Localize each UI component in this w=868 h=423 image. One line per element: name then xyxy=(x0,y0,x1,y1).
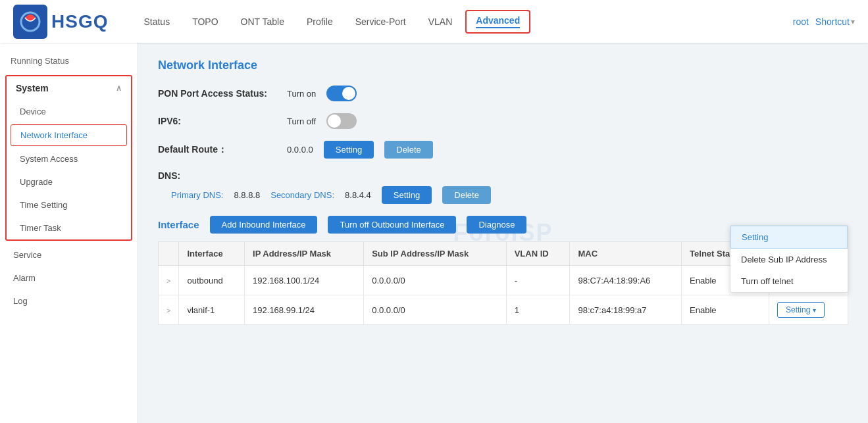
sidebar-item-alarm[interactable]: Alarm xyxy=(0,266,138,289)
chevron-down-icon: ▾ xyxy=(851,17,855,26)
header-shortcut[interactable]: Shortcut ▾ xyxy=(815,16,855,27)
row1-vlan-id: - xyxy=(506,266,570,295)
svg-rect-0 xyxy=(13,5,47,39)
sidebar-item-upgrade[interactable]: Upgrade xyxy=(7,170,131,193)
sidebar-item-network-interface[interactable]: Network Interface xyxy=(11,124,127,146)
row2-telnet: Enable xyxy=(682,295,769,325)
sidebar-running-status[interactable]: Running Status xyxy=(0,49,138,72)
dns-row: Primary DNS: 8.8.8.8 Secondary DNS: 8.8.… xyxy=(158,186,848,204)
nav-vlan[interactable]: VLAN xyxy=(419,12,462,31)
default-route-row: Default Route： 0.0.0.0 Setting Delete xyxy=(158,141,848,159)
row2-sub-ip-mask: 0.0.0.0/0 xyxy=(364,295,507,325)
row2-action: Setting ▾ xyxy=(769,295,848,325)
row2-setting-button[interactable]: Setting ▾ xyxy=(777,302,825,318)
chevron-up-icon: ∧ xyxy=(116,84,122,93)
expand-icon[interactable]: > xyxy=(166,277,170,285)
col-mac: MAC xyxy=(570,242,682,266)
row2-expand[interactable]: > xyxy=(159,295,179,325)
row1-sub-ip-mask: 0.0.0.0/0 xyxy=(364,266,507,295)
ipv6-toggle-track[interactable] xyxy=(326,113,357,129)
layout: Running Status System ∧ Device Network I… xyxy=(0,43,868,423)
pon-port-toggle[interactable] xyxy=(326,86,357,101)
sidebar-system-title[interactable]: System ∧ xyxy=(7,76,131,100)
col-interface: Interface xyxy=(179,242,245,266)
nav-topo[interactable]: TOPO xyxy=(183,12,227,31)
pon-port-row: PON Port Access Status: Turn on xyxy=(158,86,848,101)
sidebar-item-device[interactable]: Device xyxy=(7,100,131,123)
ipv6-toggle[interactable] xyxy=(326,113,357,129)
secondary-dns-value: 8.8.4.4 xyxy=(345,190,371,200)
header-right: root Shortcut ▾ xyxy=(793,16,855,27)
pon-port-value: Turn on xyxy=(287,89,316,99)
dropdown-item-delete-sub-ip[interactable]: Delete Sub IP Address xyxy=(730,249,848,270)
sidebar-item-time-setting[interactable]: Time Setting xyxy=(7,193,131,216)
row1-ip-mask: 192.168.100.1/24 xyxy=(245,266,364,295)
diagnose-button[interactable]: Diagnose xyxy=(467,216,526,234)
default-route-setting-button[interactable]: Setting xyxy=(324,141,374,159)
logo-text: HSGQ xyxy=(51,11,108,32)
nav: Status TOPO ONT Table Profile Service-Po… xyxy=(134,10,792,34)
primary-dns-value: 8.8.8.8 xyxy=(234,190,260,200)
chevron-down-icon: ▾ xyxy=(813,307,816,314)
nav-status[interactable]: Status xyxy=(134,12,179,31)
row2-ip-mask: 192.168.99.1/24 xyxy=(245,295,364,325)
col-vlan-id: VLAN ID xyxy=(506,242,570,266)
add-inbound-button[interactable]: Add Inbound Interface xyxy=(210,216,318,234)
interface-header: Interface Add Inbound Interface Turn off… xyxy=(158,216,848,234)
sidebar-item-service[interactable]: Service xyxy=(0,243,138,266)
dropdown-item-setting[interactable]: Setting xyxy=(730,226,848,249)
sidebar-item-system-access[interactable]: System Access xyxy=(7,147,131,170)
dropdown-item-turn-off-telnet[interactable]: Turn off telnet xyxy=(730,270,848,292)
col-ip-mask: IP Address/IP Mask xyxy=(245,242,364,266)
nav-advanced[interactable]: Advanced xyxy=(465,10,530,34)
page-title: Network Interface xyxy=(158,59,848,72)
row1-mac: 98:C7:A4:18:99:A6 xyxy=(570,266,682,295)
row1-interface: outbound xyxy=(179,266,245,295)
row2-interface: vlanif-1 xyxy=(179,295,245,325)
dns-setting-button[interactable]: Setting xyxy=(382,186,432,204)
interface-section: Interface Add Inbound Interface Turn off… xyxy=(158,216,848,325)
default-route-delete-button[interactable]: Delete xyxy=(384,141,433,159)
sidebar-item-log[interactable]: Log xyxy=(0,289,138,312)
sidebar-system-group: System ∧ Device Network Interface System… xyxy=(5,75,132,241)
logo-area: HSGQ xyxy=(13,5,108,39)
turn-off-outbound-button[interactable]: Turn off Outbound Interface xyxy=(328,216,456,234)
default-route-value: 0.0.0.0 xyxy=(287,145,313,155)
sidebar-item-timer-task[interactable]: Timer Task xyxy=(7,216,131,239)
interface-title: Interface xyxy=(158,219,199,230)
row2-mac: 98:c7:a4:18:99:a7 xyxy=(570,295,682,325)
pon-port-label: PON Port Access Status: xyxy=(158,88,276,99)
pon-toggle-track[interactable] xyxy=(326,86,357,101)
col-expand xyxy=(159,242,179,266)
secondary-dns-label: Secondary DNS: xyxy=(270,190,334,200)
header: HSGQ Status TOPO ONT Table Profile Servi… xyxy=(0,0,868,43)
dns-label: DNS: xyxy=(158,170,848,181)
default-route-label: Default Route： xyxy=(158,144,276,156)
nav-service-port[interactable]: Service-Port xyxy=(346,12,415,31)
dns-delete-button[interactable]: Delete xyxy=(442,186,491,204)
row1-expand[interactable]: > xyxy=(159,266,179,295)
expand-icon[interactable]: > xyxy=(166,307,170,314)
ipv6-value: Turn off xyxy=(287,116,316,126)
nav-profile[interactable]: Profile xyxy=(297,12,342,31)
table-row: > vlanif-1 192.168.99.1/24 0.0.0.0/0 1 9… xyxy=(159,295,848,325)
nav-ont-table[interactable]: ONT Table xyxy=(232,12,294,31)
pon-toggle-knob xyxy=(342,87,355,100)
col-sub-ip-mask: Sub IP Address/IP Mask xyxy=(364,242,507,266)
row2-vlan-id: 1 xyxy=(506,295,570,325)
ipv6-toggle-knob xyxy=(328,114,341,128)
header-user[interactable]: root xyxy=(793,16,809,27)
ipv6-label: IPV6: xyxy=(158,116,276,126)
setting-dropdown-menu: Setting Delete Sub IP Address Turn off t… xyxy=(730,225,848,293)
main-content: ForoISP Network Interface PON Port Acces… xyxy=(138,43,868,423)
logo-icon xyxy=(13,5,47,39)
dns-section: DNS: Primary DNS: 8.8.8.8 Secondary DNS:… xyxy=(158,170,848,204)
sidebar: Running Status System ∧ Device Network I… xyxy=(0,43,138,423)
ipv6-row: IPV6: Turn off xyxy=(158,113,848,129)
primary-dns-label: Primary DNS: xyxy=(171,190,223,200)
